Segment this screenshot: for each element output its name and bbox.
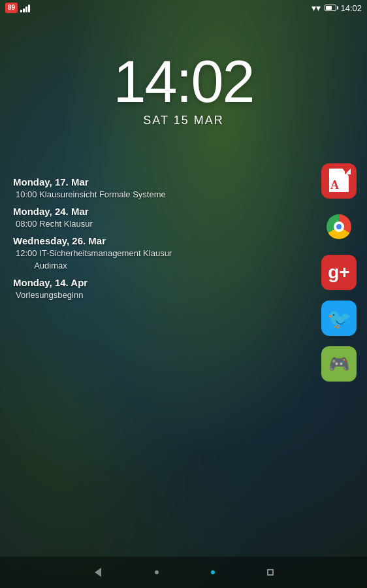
calendar-event-1: Monday, 17. Mar 10:00 Klausureinsicht Fo… [13, 176, 261, 201]
clock-time: 14:02 [0, 52, 367, 111]
event-day-2: Monday, 24. Mar [13, 206, 261, 217]
calendar-widget: Monday, 17. Mar 10:00 Klausureinsicht Fo… [13, 176, 261, 306]
acrobat-app-icon[interactable]: A [321, 163, 357, 199]
signal-bar-3 [25, 7, 27, 12]
battery-icon [325, 5, 336, 11]
twitter-app-icon[interactable]: 🐦 [321, 301, 357, 336]
event-detail-4: Vorlesungsbeginn [13, 289, 261, 301]
signal-bar-1 [20, 10, 22, 12]
signal-bars-icon [20, 3, 30, 12]
event-detail-3: 12:00 IT-Sicherheitsmanagement Klausur A… [13, 248, 261, 271]
recent-indicator[interactable] [211, 570, 215, 574]
status-time: 14:02 [340, 3, 362, 13]
event-detail-1: 10:00 Klausureinsicht Formale Systeme [13, 189, 261, 201]
notification-badge: 89 [5, 3, 18, 13]
calendar-event-4: Monday, 14. Apr Vorlesungsbeginn [13, 277, 261, 301]
back-button[interactable] [95, 568, 101, 577]
game-controller-icon: 🎮 [328, 354, 349, 374]
event-detail-2: 08:00 Recht Klausur [13, 218, 261, 230]
clock-date: SAT 15 MAR [0, 114, 367, 127]
calendar-event-2: Monday, 24. Mar 08:00 Recht Klausur [13, 206, 261, 230]
status-bar: 89 ▾▾ 14:02 [0, 0, 367, 16]
signal-bar-2 [23, 8, 25, 12]
home-button[interactable] [155, 570, 159, 574]
calendar-event-3: Wednesday, 26. Mar 12:00 IT-Sicherheitsm… [13, 235, 261, 271]
signal-bar-4 [28, 5, 30, 12]
bottom-nav-bar [0, 557, 367, 588]
battery-status [325, 5, 336, 11]
status-right: ▾▾ 14:02 [311, 3, 362, 13]
app-dock-right: A g+ 🐦 🎮 [321, 163, 357, 382]
event-day-4: Monday, 14. Apr [13, 277, 261, 288]
gplus-app-icon[interactable]: g+ [321, 255, 357, 290]
recents-button[interactable] [267, 569, 274, 576]
chrome-app-icon[interactable] [321, 209, 357, 244]
game-app-icon[interactable]: 🎮 [321, 346, 357, 382]
battery-fill [326, 6, 331, 10]
twitter-bird-icon: 🐦 [327, 307, 351, 330]
gplus-label: g+ [328, 263, 349, 282]
event-day-1: Monday, 17. Mar [13, 176, 261, 188]
wifi-icon: ▾▾ [311, 3, 321, 13]
clock-area: 14:02 SAT 15 MAR [0, 52, 367, 127]
event-day-3: Wednesday, 26. Mar [13, 235, 261, 246]
status-left: 89 [5, 3, 30, 13]
